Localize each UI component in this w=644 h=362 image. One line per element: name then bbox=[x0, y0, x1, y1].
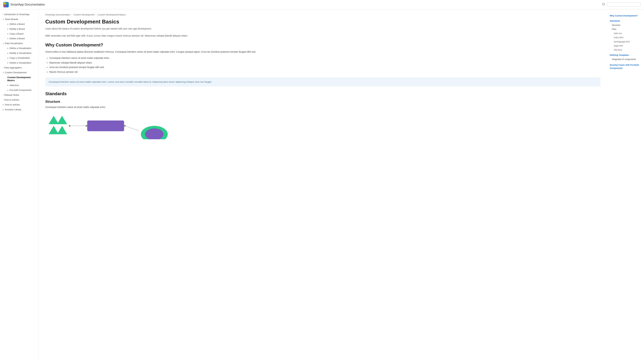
search-input[interactable] bbox=[607, 2, 641, 7]
breadcrumb-sep2: / bbox=[96, 13, 96, 16]
svg-line-15 bbox=[125, 126, 139, 131]
toc-standards[interactable]: Standards bbox=[610, 19, 641, 23]
standards-heading: Standards bbox=[45, 91, 600, 96]
sidebar-item-copy-viz[interactable]: Copy a Visualization bbox=[5, 56, 38, 60]
team-boards-sub: Define a Board Modify a Board Copy a Boa… bbox=[0, 22, 38, 41]
data-viz-sub: Define a Visualization Modify a Visualiz… bbox=[0, 46, 38, 65]
toc-develop-faster[interactable]: Develop Faster with Pre-Built Components bbox=[610, 63, 641, 70]
dot-icon bbox=[8, 24, 8, 25]
site-title: SmartApp Documentation bbox=[10, 3, 45, 6]
caret-right-icon: › bbox=[3, 99, 3, 101]
structure-body: Consequat interdum varius sit amet matti… bbox=[45, 105, 600, 109]
dot-icon bbox=[8, 29, 8, 29]
sidebar-item-howto2[interactable]: How-to articles bbox=[0, 102, 38, 107]
breadcrumb: SmartApp Documentation / Custom Developm… bbox=[45, 13, 600, 16]
sidebar-right-toc: Why Custom Development? Standards Struct… bbox=[607, 9, 644, 362]
page-title: Custom Development Basics bbox=[45, 18, 600, 25]
why-bullets: Consequat interdum varius sit amet matti… bbox=[49, 56, 600, 74]
dot-icon bbox=[3, 109, 4, 110]
sidebar-item-howto1[interactable]: › How-to articles bbox=[0, 97, 38, 102]
svg-point-16 bbox=[124, 125, 126, 127]
why-heading: Why Custom Development? bbox=[45, 42, 600, 48]
info-box: Consequat interdum varius sit amet matti… bbox=[45, 77, 600, 86]
search-button[interactable] bbox=[602, 2, 606, 7]
sidebar-item-intro[interactable]: › Introduction to SmartApp bbox=[0, 12, 38, 17]
caret-down-icon: ∨ bbox=[3, 42, 4, 45]
sidebar-item-modify-board[interactable]: Modify a Board bbox=[5, 27, 38, 31]
svg-rect-2 bbox=[6, 2, 8, 4]
bullet-2: Maecenas volutpat blandit aliquam etiam. bbox=[49, 61, 600, 65]
sidebar-item-modify-viz[interactable]: Modify a Visualization bbox=[5, 51, 38, 56]
dot-icon bbox=[8, 58, 8, 58]
breadcrumb-sep1: / bbox=[72, 13, 72, 16]
custom-dev-sub: Custom Development Basics Selectors Pre-… bbox=[0, 75, 38, 93]
breadcrumb-current: Custom Development Basics bbox=[98, 13, 126, 16]
breadcrumb-custom-dev[interactable]: Custom Development bbox=[74, 13, 94, 16]
diagram-area bbox=[45, 112, 600, 139]
sidebar-item-custom-dev-basics[interactable]: Custom Development Basics bbox=[5, 75, 38, 83]
sidebar-item-delete-board[interactable]: Delete a Board bbox=[5, 36, 38, 41]
toc-style-css[interactable]: style.css bbox=[610, 31, 641, 35]
svg-rect-14 bbox=[87, 120, 124, 131]
sidebar-item-selectors[interactable]: Selectors bbox=[5, 83, 38, 88]
page-intro: Learn about the basics of custom develop… bbox=[45, 27, 600, 30]
toc-index-html[interactable]: index.html bbox=[610, 35, 641, 40]
caret-right-icon: › bbox=[3, 66, 3, 69]
toc-integrated-ui[interactable]: Integrated UI components bbox=[610, 57, 641, 61]
svg-rect-3 bbox=[4, 5, 6, 7]
toc-structure[interactable]: Structure bbox=[610, 23, 641, 27]
sidebar-item-data-agg[interactable]: › Data Aggregation bbox=[0, 65, 38, 70]
toc-defining-templates[interactable]: Defining Templates bbox=[610, 53, 641, 57]
dot-icon bbox=[8, 53, 8, 54]
dot-icon bbox=[3, 104, 4, 105]
svg-marker-10 bbox=[57, 126, 67, 134]
sidebar-item-custom-dev[interactable]: ∨ Custom Development bbox=[0, 70, 38, 75]
caret-down-icon: ∨ bbox=[3, 18, 4, 20]
caret-right-icon: › bbox=[3, 13, 3, 15]
dot-icon bbox=[8, 90, 8, 91]
caret-right-icon: › bbox=[3, 94, 3, 96]
bullet-3: Urna nec tincidunt praesent semper feugi… bbox=[49, 65, 600, 69]
toc-why[interactable]: Why Custom Development? bbox=[610, 14, 641, 18]
svg-marker-8 bbox=[57, 116, 67, 124]
breadcrumb-smartapp[interactable]: SmartApp Documentation bbox=[45, 13, 70, 16]
dot-icon bbox=[8, 33, 8, 34]
toc-landing-html[interactable]: landingpage.html bbox=[610, 40, 641, 44]
sidebar-item-define-viz[interactable]: Define a Visualization bbox=[5, 46, 38, 51]
svg-marker-9 bbox=[49, 126, 59, 134]
sidebar-item-define-board[interactable]: Define a Board bbox=[5, 22, 38, 27]
layout: › Introduction to SmartApp ∨ Team Boards… bbox=[0, 9, 644, 362]
toc-page-html[interactable]: page.html bbox=[610, 44, 641, 48]
page-intro-p2: Nibh venenatis cras sed felis eget velit… bbox=[45, 34, 600, 37]
toc-files[interactable]: Files bbox=[610, 27, 641, 31]
sidebar-item-inclusion-lib[interactable]: Inclusion Library bbox=[0, 107, 38, 112]
dot-icon bbox=[8, 85, 8, 86]
main-content: SmartApp Documentation / Custom Developm… bbox=[38, 9, 607, 362]
dot-icon bbox=[8, 48, 8, 49]
caret-down-icon: ∨ bbox=[3, 71, 4, 74]
dot-icon bbox=[8, 62, 8, 63]
svg-rect-4 bbox=[6, 5, 8, 7]
search-area bbox=[602, 2, 641, 7]
sidebar-item-release-notes[interactable]: › Release Notes bbox=[0, 93, 38, 97]
logo-link[interactable]: SmartApp Documentation bbox=[3, 2, 45, 7]
bullet-4: Mauris rhoncus aenean vel. bbox=[49, 70, 600, 74]
dot-icon bbox=[8, 38, 8, 39]
sidebar-item-data-viz[interactable]: ∨ Data Visualization bbox=[0, 41, 38, 46]
bullet-1: Consequat interdum varius sit amet matti… bbox=[49, 56, 600, 60]
toc-404-html[interactable]: 404.html bbox=[610, 48, 641, 52]
svg-rect-1 bbox=[4, 2, 6, 4]
sidebar-item-delete-viz[interactable]: Delete a Visualization bbox=[5, 60, 38, 65]
header: SmartApp Documentation bbox=[0, 0, 644, 9]
sidebar-item-prebuilt[interactable]: Pre-built Components bbox=[5, 88, 38, 93]
svg-marker-7 bbox=[49, 116, 59, 124]
sidebar-item-team-boards[interactable]: ∨ Team Boards bbox=[0, 17, 38, 22]
sidebar-item-copy-board[interactable]: Copy a Board bbox=[5, 31, 38, 36]
diagram-svg bbox=[45, 112, 176, 139]
sidebar-left: › Introduction to SmartApp ∨ Team Boards… bbox=[0, 9, 38, 362]
svg-point-13 bbox=[86, 125, 87, 127]
structure-heading: Structure bbox=[45, 100, 600, 104]
svg-point-12 bbox=[69, 125, 70, 127]
svg-line-6 bbox=[604, 5, 604, 5]
why-body: Viverra tellus in hac habitasse platea d… bbox=[45, 50, 600, 54]
